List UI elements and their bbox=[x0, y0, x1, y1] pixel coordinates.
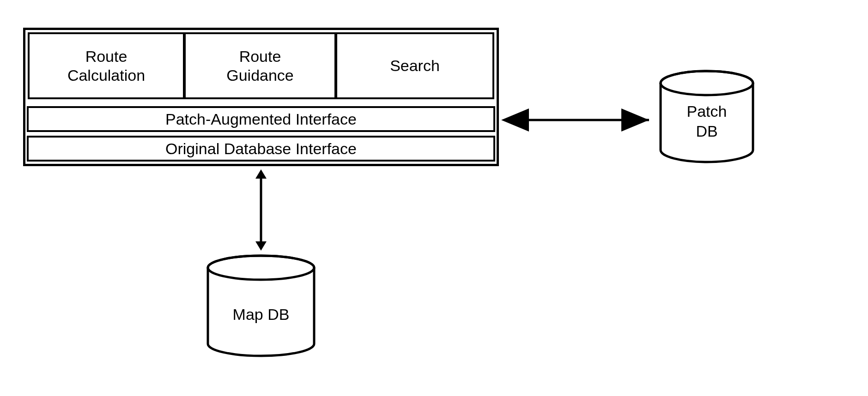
route-guidance-label: Route Guidance bbox=[226, 47, 294, 85]
arrow-map-db bbox=[247, 168, 275, 252]
search-module: Search bbox=[335, 32, 494, 99]
patch-db-label: Patch DB bbox=[656, 102, 758, 141]
patch-augmented-interface-label: Patch-Augmented Interface bbox=[165, 110, 357, 128]
patch-augmented-interface-layer: Patch-Augmented Interface bbox=[27, 106, 495, 132]
route-calculation-label: Route Calculation bbox=[67, 47, 145, 85]
route-calculation-module: Route Calculation bbox=[28, 32, 185, 99]
route-guidance-module: Route Guidance bbox=[184, 32, 336, 99]
search-label: Search bbox=[390, 56, 440, 75]
svg-marker-5 bbox=[255, 241, 267, 251]
map-db-label: Map DB bbox=[203, 305, 319, 324]
original-database-interface-layer: Original Database Interface bbox=[27, 136, 495, 162]
original-database-interface-label: Original Database Interface bbox=[165, 140, 357, 158]
arrow-patch-db bbox=[501, 108, 654, 132]
svg-marker-4 bbox=[255, 169, 267, 179]
